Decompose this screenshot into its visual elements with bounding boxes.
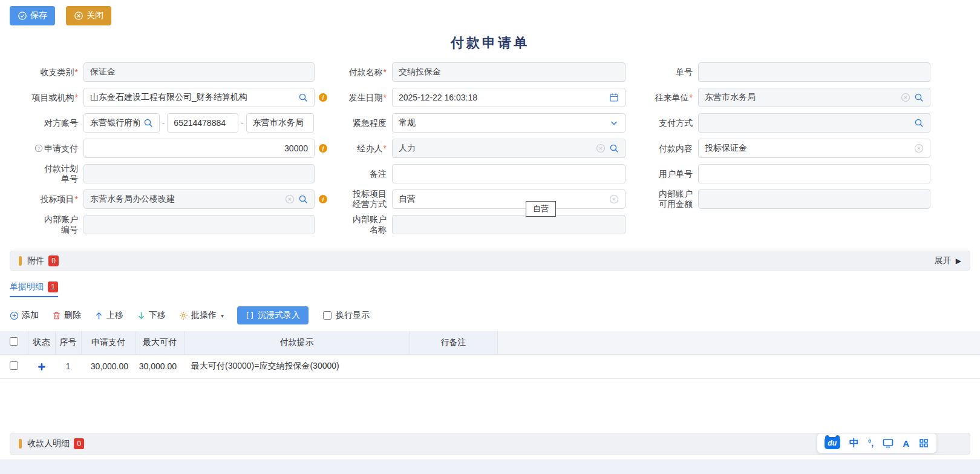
ime-keyboard-icon[interactable] [883, 438, 893, 448]
doc-no-label: 单号 [626, 67, 698, 77]
info-icon: i [318, 143, 328, 153]
col-status: 状态 [28, 331, 55, 354]
calendar-icon[interactable] [609, 93, 619, 102]
bid-project-label: 投标项目* [10, 194, 83, 205]
occur-date-field [392, 88, 626, 107]
row-seq: 1 [55, 354, 81, 378]
ime-language-mode[interactable]: 中 [849, 437, 859, 450]
urgency-input[interactable] [399, 114, 606, 132]
clear-icon[interactable] [609, 194, 619, 204]
field-counterparty: 往来单位* [626, 85, 930, 110]
search-icon[interactable] [143, 118, 153, 128]
chevron-down-icon[interactable] [609, 118, 619, 128]
counterparty-input[interactable] [705, 88, 897, 107]
urgency-select[interactable] [392, 113, 626, 133]
search-icon[interactable] [298, 93, 308, 102]
footer-strip [0, 459, 980, 474]
help-icon[interactable]: ? [34, 144, 43, 153]
ime-letter-mode[interactable]: A [903, 438, 909, 449]
immersive-entry-button[interactable]: 沉浸式录入 [237, 306, 309, 324]
bid-mode-tooltip: 自营 [526, 201, 556, 217]
bid-mode-label: 投标项目 经营方式 [329, 189, 392, 209]
clear-icon[interactable] [914, 143, 924, 153]
internal-name-input[interactable] [399, 216, 619, 234]
wrap-display-checkbox[interactable] [323, 311, 332, 320]
save-button-label: 保存 [30, 10, 47, 21]
move-up-button[interactable]: 上移 [94, 310, 123, 321]
internal-no-input[interactable] [90, 216, 308, 234]
opponent-account-no-input[interactable] [174, 114, 232, 132]
income-type-field [83, 62, 315, 82]
apply-amount-input[interactable] [90, 139, 308, 157]
opponent-bank-input[interactable] [90, 114, 140, 132]
pay-method-input[interactable] [705, 114, 910, 132]
bid-project-info[interactable]: i [315, 194, 329, 204]
clear-icon[interactable] [901, 93, 910, 102]
remark-input[interactable] [399, 165, 619, 183]
col-max: 最大可付 [136, 331, 184, 354]
project-org-info[interactable]: i [315, 93, 329, 102]
field-pay-method: 支付方式 [626, 110, 930, 136]
row-status-add-icon[interactable] [28, 354, 55, 378]
field-remark: 备注 [329, 161, 626, 186]
section-marker [19, 256, 22, 266]
internal-available-input[interactable] [705, 190, 924, 208]
project-org-field [83, 88, 315, 107]
clear-icon[interactable] [285, 194, 295, 204]
project-org-input[interactable] [90, 88, 295, 107]
bid-project-input[interactable] [90, 190, 281, 208]
close-button[interactable]: 关闭 [66, 6, 111, 25]
user-doc-no-field [698, 164, 930, 183]
close-button-label: 关闭 [87, 10, 103, 21]
trash-icon [52, 311, 61, 320]
internal-name-label: 内部账户 名称 [329, 214, 392, 235]
save-button[interactable]: 保存 [10, 6, 55, 25]
pay-content-input[interactable] [705, 139, 910, 157]
field-income-type: 收支类别* [10, 59, 329, 85]
search-icon[interactable] [914, 93, 924, 102]
payment-application-page: 保存 关闭 付款申请单 收支类别* 项目或机构* [0, 0, 980, 474]
attachment-section-bar[interactable]: 附件 0 展开 ▶ [10, 251, 970, 271]
occur-date-input[interactable] [399, 88, 606, 107]
delete-row-button[interactable]: 删除 [52, 310, 81, 321]
field-plan-no: 付款计划 单号 [10, 161, 329, 186]
opponent-bank-field [83, 113, 160, 133]
apply-amount-info[interactable]: i [315, 143, 329, 153]
search-icon[interactable] [914, 118, 924, 128]
col-row-remark: 行备注 [410, 331, 497, 354]
batch-operation-button[interactable]: 批操作 ▾ [179, 310, 224, 321]
bid-mode-input[interactable] [399, 190, 606, 208]
expand-button[interactable]: 展开 ▶ [935, 255, 961, 266]
field-bid-mode: 投标项目 经营方式 [329, 186, 626, 212]
ime-punctuation-mode[interactable]: °, [868, 438, 874, 448]
table-row: 1 30,000.00 30,000.00 最大可付(30000)=应交纳投保金… [0, 354, 980, 378]
income-type-input[interactable] [90, 63, 308, 81]
search-icon[interactable] [298, 194, 308, 204]
opponent-account-name-input[interactable] [253, 114, 307, 132]
baidu-ime-logo[interactable]: du [825, 437, 840, 449]
doc-no-field [698, 62, 930, 82]
pay-method-field [698, 113, 930, 133]
field-internal-available: 内部账户 可用金额 [626, 186, 930, 212]
user-doc-no-input[interactable] [705, 165, 924, 183]
payment-name-input[interactable] [399, 63, 619, 81]
gear-icon [179, 311, 188, 320]
info-icon: i [318, 194, 328, 204]
plan-no-input[interactable] [90, 165, 308, 183]
row-checkbox[interactable] [10, 361, 18, 370]
search-icon[interactable] [609, 143, 619, 153]
move-down-button[interactable]: 下移 [137, 310, 166, 321]
handler-input[interactable] [399, 139, 592, 157]
tab-detail[interactable]: 单据明细 1 [10, 281, 58, 297]
attachment-count-badge: 0 [48, 255, 59, 266]
attachment-title: 附件 [27, 255, 44, 266]
arrow-up-icon [94, 311, 103, 320]
field-urgency: 紧急程度 [329, 110, 626, 136]
doc-no-input[interactable] [705, 63, 924, 81]
ime-tools-grid-icon[interactable] [918, 438, 929, 448]
select-all-checkbox[interactable] [10, 337, 18, 346]
tab-bar: 单据明细 1 [10, 281, 970, 297]
clear-icon[interactable] [596, 143, 606, 153]
add-row-button[interactable]: 添加 [10, 310, 39, 321]
tab-detail-count-badge: 1 [48, 281, 58, 292]
